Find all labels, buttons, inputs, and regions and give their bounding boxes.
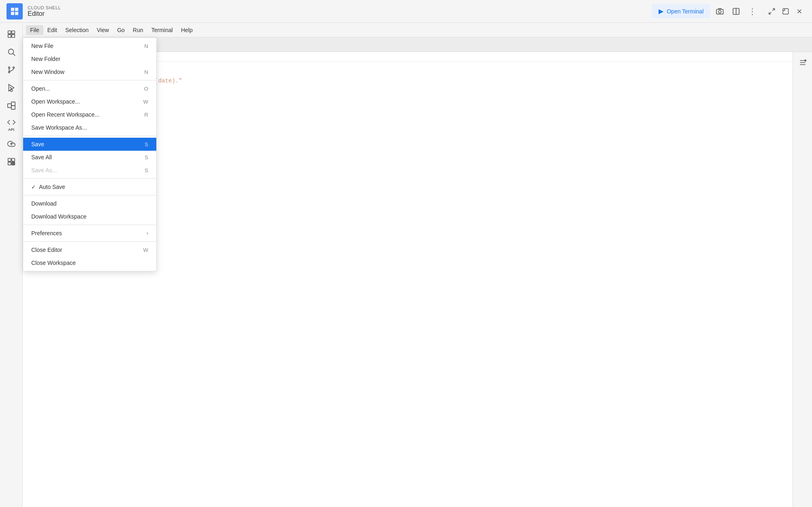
more-icon: ⋮ xyxy=(748,6,757,16)
separator-3 xyxy=(23,178,156,179)
menu-download-workspace[interactable]: Download Workspace xyxy=(23,210,156,223)
menu-save-all-shortcut: S xyxy=(145,154,148,160)
app-container: API File Edit Sele xyxy=(0,23,812,507)
svg-rect-2 xyxy=(11,12,14,15)
submenu-arrow-icon: › xyxy=(147,230,148,236)
svg-rect-30 xyxy=(11,158,14,161)
sidebar-icon-source-control[interactable] xyxy=(3,62,19,78)
menu-item-edit[interactable]: Edit xyxy=(43,25,61,35)
menu-download-label: Download xyxy=(31,200,56,207)
terminal-icon: ▶ xyxy=(659,7,663,15)
sidebar-icon-search[interactable] xyxy=(3,44,19,60)
menu-item-file[interactable]: File xyxy=(26,25,43,35)
right-panel-button[interactable] xyxy=(795,55,810,70)
menu-new-file[interactable]: New File N xyxy=(23,39,156,52)
sidebar-icon-run[interactable] xyxy=(3,80,19,96)
menu-item-view[interactable]: View xyxy=(93,25,113,35)
screenshot-button[interactable] xyxy=(713,5,726,18)
svg-line-8 xyxy=(773,9,775,11)
svg-line-18 xyxy=(13,54,15,56)
menu-auto-save[interactable]: ✓ Auto Save xyxy=(23,180,156,193)
menu-save-workspace-as[interactable]: Save Workspace As... xyxy=(23,121,156,134)
menu-item-help[interactable]: Help xyxy=(177,25,197,35)
separator-5 xyxy=(23,225,156,225)
svg-rect-25 xyxy=(7,104,11,107)
svg-rect-29 xyxy=(8,158,11,161)
menu-download-workspace-label: Download Workspace xyxy=(31,213,86,220)
menu-new-folder-label: New Folder xyxy=(31,56,60,62)
sidebar-icon-files[interactable] xyxy=(3,26,19,42)
menu-open[interactable]: Open... O xyxy=(23,82,156,95)
title-bar: CLOUD SHELL Editor ▶ Open Terminal ⋮ xyxy=(0,0,812,23)
svg-rect-13 xyxy=(8,31,11,34)
app-logo xyxy=(6,3,23,20)
menu-item-go[interactable]: Go xyxy=(113,25,129,35)
menu-open-label: Open... xyxy=(31,85,50,92)
close-button[interactable] xyxy=(793,5,806,17)
svg-rect-10 xyxy=(783,9,788,14)
svg-rect-1 xyxy=(15,8,18,11)
svg-point-19 xyxy=(8,67,10,69)
menu-download[interactable]: Download xyxy=(23,197,156,210)
menu-preferences[interactable]: Preferences › xyxy=(23,227,156,240)
open-terminal-label: Open Terminal xyxy=(667,8,704,15)
menu-new-window-shortcut: N xyxy=(145,69,148,75)
menu-close-editor[interactable]: Close Editor W xyxy=(23,243,156,256)
menu-close-workspace[interactable]: Close Workspace xyxy=(23,256,156,269)
menu-item-selection[interactable]: Selection xyxy=(61,25,93,35)
menu-open-recent-workspace[interactable]: Open Recent Workspace... R xyxy=(23,108,156,121)
split-button[interactable] xyxy=(730,5,743,18)
popout-button[interactable] xyxy=(780,5,792,17)
svg-rect-3 xyxy=(15,12,18,15)
window-controls xyxy=(766,5,806,17)
menu-close-editor-label: Close Editor xyxy=(31,247,62,253)
svg-rect-27 xyxy=(11,106,15,109)
app-subtitle: CLOUD SHELL xyxy=(28,5,61,10)
menu-open-workspace[interactable]: Open Workspace... W xyxy=(23,95,156,108)
separator-2 xyxy=(23,136,156,136)
right-panel-icon xyxy=(793,52,812,507)
sidebar-icon-extensions[interactable] xyxy=(3,98,19,114)
menu-save-as-shortcut: S xyxy=(145,167,148,173)
menu-new-folder[interactable]: New Folder xyxy=(23,52,156,65)
sidebar-icon-cloud[interactable] xyxy=(3,136,19,152)
menu-new-file-shortcut: N xyxy=(145,43,148,49)
menu-close-editor-shortcut: W xyxy=(143,247,148,253)
minimize-button[interactable] xyxy=(766,5,778,17)
svg-marker-23 xyxy=(9,84,14,91)
more-button[interactable]: ⋮ xyxy=(746,4,759,19)
svg-line-9 xyxy=(769,12,771,14)
menu-open-shortcut: O xyxy=(144,86,148,92)
menu-save-as-label: Save As... xyxy=(31,167,57,173)
menu-bar: File Edit Selection View Go Run Terminal… xyxy=(23,23,812,37)
sidebar-icon-api[interactable]: API xyxy=(3,115,19,134)
open-terminal-button[interactable]: ▶ Open Terminal xyxy=(652,4,710,18)
sidebar-icon-deploy[interactable] xyxy=(3,154,19,170)
menu-save-shortcut: S xyxy=(145,141,148,147)
svg-rect-15 xyxy=(8,35,11,37)
menu-open-workspace-label: Open Workspace... xyxy=(31,98,80,105)
menu-save[interactable]: Save S xyxy=(23,138,156,151)
svg-point-17 xyxy=(8,49,13,54)
check-icon: ✓ xyxy=(31,184,36,190)
menu-new-window[interactable]: New Window N xyxy=(23,65,156,78)
menu-auto-save-label: Auto Save xyxy=(39,184,65,190)
menu-save-all-label: Save All xyxy=(31,154,52,160)
sidebar: API xyxy=(0,23,23,507)
separator-6 xyxy=(23,241,156,242)
menu-save-as: Save As... S xyxy=(23,164,156,177)
svg-rect-26 xyxy=(11,102,15,106)
api-label: API xyxy=(8,128,14,132)
file-dropdown-menu: New File N New Folder New Window N Open.… xyxy=(23,37,157,271)
menu-save-workspace-as-label: Save Workspace As... xyxy=(31,124,87,131)
menu-item-terminal[interactable]: Terminal xyxy=(147,25,177,35)
menu-item-run[interactable]: Run xyxy=(129,25,147,35)
menu-save-label: Save xyxy=(31,141,44,147)
menu-open-recent-shortcut: R xyxy=(145,112,148,118)
svg-rect-0 xyxy=(11,8,14,11)
menu-save-all[interactable]: Save All S xyxy=(23,151,156,164)
svg-point-20 xyxy=(13,67,14,69)
separator-1 xyxy=(23,80,156,80)
svg-rect-14 xyxy=(11,31,14,34)
svg-point-5 xyxy=(719,10,721,13)
